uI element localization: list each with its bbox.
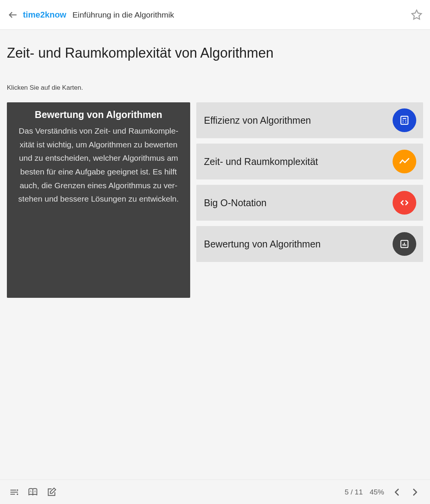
svg-text:A: A <box>29 490 32 493</box>
card-item-complexity[interactable]: Zeit- und Raumkomplexität <box>196 144 423 179</box>
instruction-text: Klicken Sie auf die Karten. <box>7 84 423 92</box>
page-indicator: 5 / 11 <box>344 488 363 496</box>
svg-point-16 <box>17 489 18 490</box>
svg-text:A: A <box>34 490 36 493</box>
calculator-icon <box>393 108 416 132</box>
card-item-bigo[interactable]: Big O-Notation <box>196 185 423 221</box>
cards-list: Effizienz von Algorithmen Zeit- und Raum… <box>196 102 423 298</box>
expanded-card[interactable]: Bewertung von Algorithmen Das Verständni… <box>7 102 190 298</box>
cards-container: Bewertung von Algorithmen Das Verständni… <box>7 102 423 298</box>
card-label: Big O-Notation <box>204 197 267 208</box>
footer: A A 5 / 11 45% <box>0 480 430 504</box>
course-title: Einführung in die Algorithmik <box>73 10 411 19</box>
toc-button[interactable] <box>9 487 19 498</box>
expanded-card-title: Bewertung von Algorithmen <box>17 109 180 120</box>
code-icon <box>393 191 416 215</box>
expanded-card-body: Das Verständnis von Zeit- und Raumkomple… <box>17 124 180 206</box>
trend-icon <box>393 150 416 173</box>
chart-icon <box>393 232 416 256</box>
back-button[interactable] <box>8 10 18 20</box>
svg-marker-1 <box>412 10 422 19</box>
svg-rect-2 <box>401 116 408 124</box>
prev-page-button[interactable] <box>391 486 403 498</box>
footer-left: A A <box>9 487 344 498</box>
brand-logo: time2know <box>23 10 66 20</box>
progress-indicator: 45% <box>370 488 384 496</box>
favorite-button[interactable] <box>411 9 422 21</box>
footer-right: 5 / 11 45% <box>344 486 421 498</box>
glossary-button[interactable]: A A <box>27 487 38 498</box>
card-label: Effizienz von Algorithmen <box>204 115 311 126</box>
header: time2know Einführung in die Algorithmik <box>0 0 430 30</box>
notes-button[interactable] <box>47 487 57 498</box>
page-title: Zeit- und Raumkomplexität von Algorithme… <box>7 45 423 61</box>
main-content: Zeit- und Raumkomplexität von Algorithme… <box>0 30 430 480</box>
card-label: Zeit- und Raumkomplexität <box>204 156 318 167</box>
card-item-efficiency[interactable]: Effizienz von Algorithmen <box>196 102 423 138</box>
next-page-button[interactable] <box>409 486 421 498</box>
svg-point-15 <box>17 494 18 494</box>
card-item-evaluation[interactable]: Bewertung von Algorithmen <box>196 226 423 262</box>
card-label: Bewertung von Algorithmen <box>204 239 321 250</box>
